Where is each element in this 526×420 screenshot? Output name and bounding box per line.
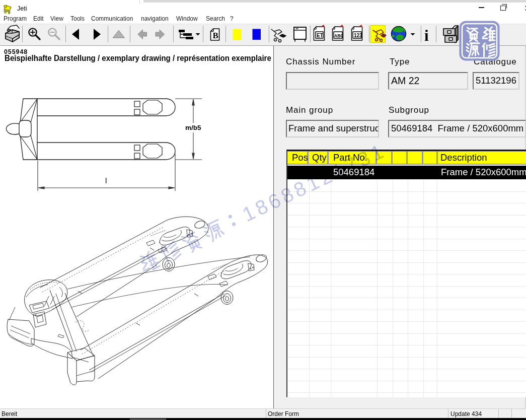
svg-text:18688121731: 18688121731: [239, 139, 390, 226]
